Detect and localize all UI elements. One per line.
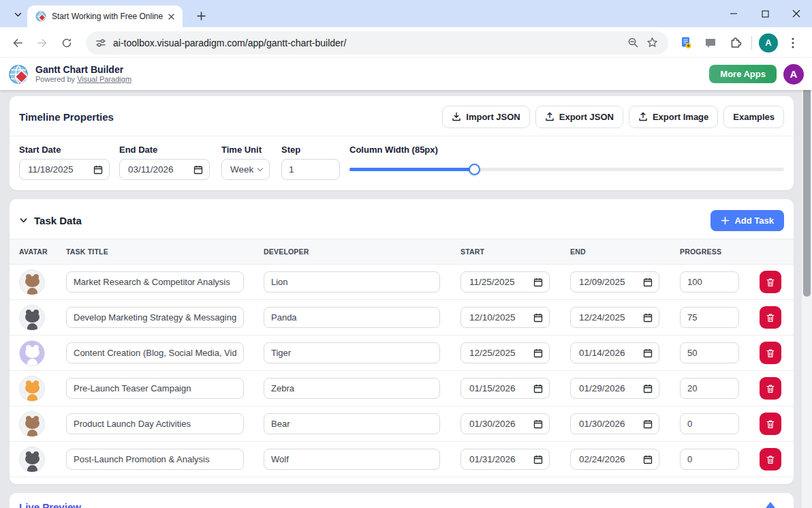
end-date-input[interactable]: 01/14/2026	[570, 342, 659, 363]
task-data-toggle[interactable]: Task Data	[19, 215, 82, 226]
forward-button[interactable]	[31, 32, 53, 54]
puzzle-icon	[729, 36, 742, 49]
task-title-input[interactable]	[66, 271, 244, 293]
task-title-input[interactable]	[66, 449, 244, 470]
user-avatar[interactable]: A	[783, 64, 804, 85]
calendar-icon[interactable]	[643, 278, 653, 287]
extensions-button[interactable]	[724, 32, 746, 54]
avatar	[19, 376, 45, 402]
calendar-icon[interactable]	[643, 348, 653, 358]
calendar-icon[interactable]	[643, 313, 653, 323]
progress-input[interactable]	[680, 271, 739, 293]
developer-input[interactable]	[264, 271, 440, 293]
start-date-input[interactable]: 01/31/2026	[460, 449, 550, 470]
tab-title: Start Working with Free Online	[52, 12, 165, 21]
bookmark-button[interactable]	[642, 33, 661, 53]
progress-input[interactable]	[680, 342, 739, 363]
window-minimize-button[interactable]	[718, 0, 749, 27]
trash-icon	[766, 384, 775, 393]
window-close-button[interactable]	[781, 0, 812, 27]
download-icon	[452, 112, 461, 121]
task-title-input[interactable]	[66, 378, 244, 399]
calendar-icon[interactable]	[533, 419, 543, 429]
window-maximize-button[interactable]	[749, 0, 781, 27]
export-json-button[interactable]: Export JSON	[535, 106, 623, 128]
start-date-input[interactable]: 01/15/2026	[460, 378, 550, 399]
start-date-input[interactable]: 01/30/2026	[460, 413, 550, 434]
progress-input[interactable]	[680, 378, 739, 399]
developer-input[interactable]	[264, 413, 440, 434]
app-title: Gantt Chart Builder	[35, 64, 709, 75]
url-text[interactable]: ai-toolbox.visual-paradigm.com/app/gantt…	[113, 38, 623, 48]
calendar-icon[interactable]	[533, 278, 543, 287]
start-date-input[interactable]: 11/18/2025	[19, 159, 110, 180]
end-date-input[interactable]: 01/30/2026	[570, 413, 659, 434]
task-title-input[interactable]	[66, 413, 244, 434]
column-width-thumb[interactable]	[469, 164, 480, 175]
delete-task-button[interactable]	[760, 342, 781, 364]
visual-paradigm-link[interactable]: Visual Paradigm	[77, 75, 131, 83]
delete-task-button[interactable]	[760, 306, 781, 329]
developer-input[interactable]	[264, 449, 440, 470]
calendar-icon[interactable]	[533, 313, 543, 323]
more-apps-button[interactable]: More Apps	[709, 65, 777, 83]
calendar-icon[interactable]	[643, 419, 653, 429]
browser-profile-avatar[interactable]: A	[759, 33, 778, 53]
delete-task-button[interactable]	[760, 377, 781, 400]
calendar-icon[interactable]	[533, 348, 543, 358]
page-content: Timeline Properties Import JSON Export J…	[0, 90, 812, 508]
end-date-input[interactable]: 12/24/2025	[570, 307, 659, 328]
developer-input[interactable]	[264, 307, 440, 328]
step-input[interactable]	[281, 159, 340, 180]
calendar-icon[interactable]	[643, 384, 653, 393]
calendar-icon[interactable]	[533, 384, 543, 393]
task-title-input[interactable]	[66, 307, 244, 328]
browser-tab[interactable]: Start Working with Free Online	[27, 5, 183, 27]
calendar-icon[interactable]	[93, 165, 103, 175]
floating-widget[interactable]	[764, 502, 777, 508]
zoom-out-button[interactable]	[623, 33, 642, 53]
end-date-input[interactable]: 02/24/2026	[570, 449, 659, 470]
end-date-input[interactable]: 12/09/2025	[570, 271, 659, 293]
new-tab-button[interactable]	[192, 7, 210, 25]
scrollbar-thumb[interactable]	[803, 61, 811, 297]
start-date-input[interactable]: 11/25/2025	[460, 271, 550, 293]
app-titles: Gantt Chart Builder Powered by Visual Pa…	[35, 64, 709, 84]
page-scrollbar[interactable]	[802, 58, 812, 508]
delete-task-button[interactable]	[760, 271, 781, 293]
delete-task-button[interactable]	[760, 448, 781, 470]
end-date-input[interactable]: 03/11/2026	[119, 159, 210, 180]
export-image-button[interactable]: Export Image	[629, 106, 718, 128]
docs-extension-button[interactable]	[675, 32, 697, 54]
end-date-input[interactable]: 01/29/2026	[570, 378, 659, 399]
time-unit-select[interactable]: Week	[221, 159, 270, 180]
calendar-icon[interactable]	[193, 165, 203, 175]
tab-close-button[interactable]	[165, 10, 177, 23]
examples-button[interactable]: Examples	[723, 106, 784, 128]
reload-button[interactable]	[56, 32, 78, 54]
task-title-input[interactable]	[66, 342, 244, 363]
calendar-icon[interactable]	[643, 455, 653, 464]
progress-input[interactable]	[680, 413, 739, 434]
start-date-input[interactable]: 12/10/2025	[460, 307, 550, 328]
avatar	[19, 305, 45, 331]
live-preview-title: Live Preview	[10, 493, 794, 508]
column-width-slider[interactable]	[349, 159, 784, 180]
sidepanel-extension-button[interactable]	[700, 32, 721, 54]
developer-input[interactable]	[264, 342, 440, 363]
start-date-input[interactable]: 12/25/2025	[460, 342, 550, 363]
app-header: Gantt Chart Builder Powered by Visual Pa…	[0, 58, 812, 90]
progress-input[interactable]	[680, 307, 739, 328]
column-header-developer: DEVELOPER	[264, 248, 460, 256]
calendar-icon[interactable]	[533, 455, 543, 464]
back-button[interactable]	[7, 32, 29, 54]
delete-task-button[interactable]	[760, 413, 781, 435]
add-task-button[interactable]: Add Task	[710, 210, 784, 231]
import-json-button[interactable]: Import JSON	[442, 106, 529, 128]
browser-menu-button[interactable]	[782, 32, 804, 54]
developer-input[interactable]	[264, 378, 440, 399]
tab-search-button[interactable]	[9, 6, 27, 23]
address-bar[interactable]: ai-toolbox.visual-paradigm.com/app/gantt…	[86, 31, 668, 55]
column-width-field: Column Width (85px)	[349, 145, 784, 180]
progress-input[interactable]	[680, 449, 739, 470]
